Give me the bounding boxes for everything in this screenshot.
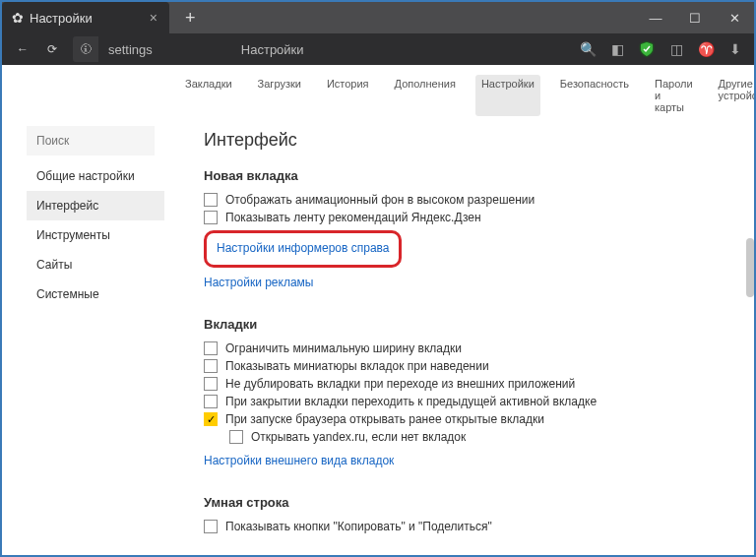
row-newtab-cb2: Показывать ленту рекомендаций Яндекс.Дзе… [204,211,724,224]
address-bar: ← ⟳ 🛈 settings Настройки 🔍 ◧ ◫ ♈ ⬇ [2,33,754,65]
link-informers[interactable]: Настройки информеров справа [217,241,389,255]
label-newtab-zen: Показывать ленту рекомендаций Яндекс.Дзе… [225,211,481,224]
toolbar-right: 🔍 ◧ ◫ ♈ ⬇ [575,36,748,62]
row-newtab-cb1: Отображать анимационный фон в высоком ра… [204,193,724,207]
shield-icon[interactable] [634,36,660,62]
checkbox-tabs-restore[interactable] [204,412,218,426]
sidebar: Общие настройки Интерфейс Инструменты Са… [27,126,164,555]
url-text: settings [98,42,162,57]
label-tabs-nodup: Не дублировать вкладки при переходе из в… [225,377,575,391]
row-tabs-cb5a: Открывать yandex.ru, если нет вкладок [229,430,724,444]
nav-addons[interactable]: Дополнения [389,75,462,116]
window-controls: — ☐ ✕ [636,2,754,33]
row-tabs-cb1: Ограничить минимальную ширину вкладки [204,341,724,355]
checkbox-tabs-minwidth[interactable] [204,341,218,355]
sidebar-item-interface[interactable]: Интерфейс [27,191,164,220]
label-smartbar-copy: Показывать кнопки "Копировать" и "Подели… [225,520,492,533]
checkbox-newtab-anim[interactable] [204,193,218,207]
nav-downloads[interactable]: Загрузки [252,75,307,116]
nav-security[interactable]: Безопасность [554,75,635,116]
row-tabs-cb2: Показывать миниатюры вкладок при наведен… [204,359,724,373]
maximize-button[interactable]: ☐ [675,2,715,33]
nav-bookmarks[interactable]: Закладки [179,75,238,116]
label-tabs-restore: При запуске браузера открывать ранее отк… [225,412,544,426]
bookmark-icon[interactable]: ◧ [604,36,630,62]
checkbox-tabs-nodup[interactable] [204,377,218,391]
label-tabs-prevactive: При закрытии вкладки переходить к предыд… [225,395,597,408]
feather-icon[interactable]: ♈ [693,36,719,62]
section-smartbar-title: Умная строка [204,495,724,510]
link-ads[interactable]: Настройки рекламы [204,276,313,289]
nav-devices[interactable]: Другие устройства [713,75,756,116]
checkbox-newtab-zen[interactable] [204,211,218,224]
lock-icon: 🛈 [73,36,98,62]
nav-settings[interactable]: Настройки [475,75,540,116]
label-tabs-openyandex: Открывать yandex.ru, если нет вкладок [251,430,466,444]
sidebar-item-tools[interactable]: Инструменты [27,220,164,250]
page-title-inline: Настройки [241,42,304,57]
new-tab-button[interactable]: + [169,8,212,29]
section-tabs-title: Вкладки [204,317,724,332]
main-panel: Интерфейс Новая вкладка Отображать анима… [164,126,744,555]
window-titlebar: ✿ Настройки × + — ☐ ✕ [2,2,754,33]
nav-passwords[interactable]: Пароли и карты [649,75,699,116]
top-nav: Закладки Загрузки История Дополнения Нас… [2,65,754,126]
sidebar-item-general[interactable]: Общие настройки [27,161,164,191]
row-tabs-cb4: При закрытии вкладки переходить к предыд… [204,395,724,408]
label-newtab-anim: Отображать анимационный фон в высоком ра… [225,193,535,207]
row-smartbar-cb1: Показывать кнопки "Копировать" и "Подели… [204,520,724,533]
download-icon[interactable]: ⬇ [723,36,748,62]
row-tabs-cb3: Не дублировать вкладки при переходе из в… [204,377,724,391]
close-window-button[interactable]: ✕ [715,2,754,33]
row-tabs-cb5: При запуске браузера открывать ранее отк… [204,412,724,426]
section-newtab-title: Новая вкладка [204,168,724,183]
checkbox-tabs-openyandex[interactable] [229,430,243,444]
back-button[interactable]: ← [8,34,37,64]
sidebar-item-system[interactable]: Системные [27,279,164,309]
link-tabs-appearance[interactable]: Настройки внешнего вида вкладок [204,454,394,467]
checkbox-tabs-prevactive[interactable] [204,395,218,408]
search-input[interactable] [27,126,155,155]
url-box[interactable]: 🛈 settings Настройки [73,36,569,62]
search-icon[interactable]: 🔍 [575,36,600,62]
reload-button[interactable]: ⟳ [37,34,67,64]
tab-close-icon[interactable]: × [146,8,161,28]
gear-icon: ✿ [12,10,24,26]
checkbox-tabs-thumbs[interactable] [204,359,218,373]
content-area: Общие настройки Интерфейс Инструменты Са… [2,126,754,555]
sidebar-item-sites[interactable]: Сайты [27,250,164,279]
label-tabs-minwidth: Ограничить минимальную ширину вкладки [225,341,462,355]
tab-title: Настройки [30,11,146,26]
page-body: Закладки Загрузки История Дополнения Нас… [2,65,754,555]
checkbox-smartbar-copy[interactable] [204,520,218,533]
nav-history[interactable]: История [321,75,375,116]
main-heading: Интерфейс [204,130,724,151]
highlight-informers: Настройки информеров справа [204,230,402,268]
minimize-button[interactable]: — [636,2,675,33]
profile-icon[interactable]: ◫ [663,36,689,62]
browser-tab[interactable]: ✿ Настройки × [2,2,169,33]
label-tabs-thumbs: Показывать миниатюры вкладок при наведен… [225,359,489,373]
scrollbar-thumb[interactable] [746,238,754,297]
